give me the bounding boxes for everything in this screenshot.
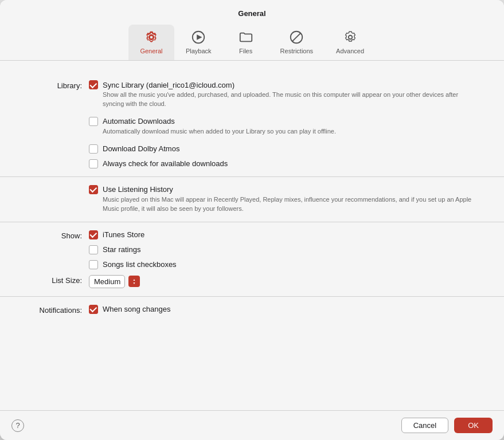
play-circle-icon — [190, 29, 206, 45]
star-ratings-checkbox[interactable] — [89, 245, 98, 254]
show-label: Show: — [23, 230, 89, 240]
tab-advanced[interactable]: Advanced — [325, 25, 376, 60]
auto-downloads-description: Automatically download music when added … — [103, 127, 481, 136]
sync-library-description: Show all the music you've added, purchas… — [103, 91, 481, 109]
no-circle-icon — [288, 29, 304, 45]
use-history-row: Use Listening History Music played on th… — [89, 185, 481, 214]
check-downloads-row: Always check for available downloads — [89, 159, 481, 168]
tab-files[interactable]: Files — [223, 25, 269, 60]
show-section: Show: iTunes Store Star ratings Songs li… — [0, 222, 504, 297]
auto-downloads-checkbox-row: Automatic Downloads — [89, 117, 481, 126]
auto-downloads-label: Automatic Downloads — [103, 117, 175, 125]
help-button[interactable]: ? — [11, 419, 24, 432]
listening-section: Use Listening History Music played on th… — [0, 177, 504, 222]
library-row: Library: Sync Library (daniel_rico1@iclo… — [23, 80, 481, 168]
tab-files-label: Files — [239, 48, 252, 54]
check-downloads-checkbox[interactable] — [89, 159, 98, 168]
library-content: Sync Library (daniel_rico1@icloud.com) S… — [89, 80, 481, 168]
library-section: Library: Sync Library (daniel_rico1@iclo… — [0, 72, 504, 177]
list-size-label: List Size: — [23, 275, 89, 285]
list-size-stepper[interactable] — [128, 276, 140, 287]
tab-restrictions[interactable]: Restrictions — [269, 25, 325, 60]
tab-general-label: General — [140, 48, 162, 54]
tab-advanced-label: Advanced — [336, 48, 364, 54]
dolby-atmos-label: Download Dolby Atmos — [103, 144, 179, 153]
tab-playback[interactable]: Playback — [174, 25, 223, 60]
use-history-checkbox[interactable] — [89, 185, 98, 194]
use-history-checkbox-row: Use Listening History — [89, 185, 481, 194]
show-row: Show: iTunes Store Star ratings Songs li… — [23, 230, 481, 269]
svg-marker-1 — [197, 34, 202, 40]
toolbar: General Playback File — [0, 25, 504, 60]
notifications-label: Notifications: — [23, 305, 89, 315]
itunes-store-checkbox[interactable] — [89, 230, 98, 239]
button-group: Cancel OK — [401, 418, 493, 433]
svg-line-3 — [292, 33, 301, 42]
library-label: Library: — [23, 80, 89, 90]
tab-restrictions-label: Restrictions — [280, 48, 313, 54]
sync-library-label: Sync Library (daniel_rico1@icloud.com) — [103, 81, 235, 89]
use-history-label: Use Listening History — [103, 185, 173, 194]
list-size-row: List Size: Small Medium Large — [23, 275, 481, 288]
when-song-changes-label: When song changes — [103, 305, 171, 313]
list-size-select-wrapper[interactable]: Small Medium Large — [89, 275, 125, 288]
sync-library-checkbox[interactable] — [89, 80, 98, 89]
list-size-select[interactable]: Small Medium Large — [94, 277, 121, 286]
folder-icon — [238, 29, 254, 45]
notifications-content: When song changes — [89, 305, 481, 314]
listening-content: Use Listening History Music played on th… — [89, 185, 481, 214]
dolby-atmos-checkbox[interactable] — [89, 144, 98, 154]
bottom-bar: ? Cancel OK — [0, 410, 504, 440]
dolby-atmos-row: Download Dolby Atmos — [89, 144, 481, 154]
when-song-changes-checkbox[interactable] — [89, 305, 98, 314]
songs-checkboxes-checkbox[interactable] — [89, 260, 98, 269]
window-title: General — [0, 9, 504, 18]
sync-library-checkbox-row: Sync Library (daniel_rico1@icloud.com) — [89, 80, 481, 89]
itunes-store-row: iTunes Store — [89, 230, 481, 239]
list-size-content: Small Medium Large — [89, 275, 481, 288]
gear-settings-icon — [143, 29, 159, 45]
svg-point-4 — [348, 36, 352, 40]
preferences-window: General General — [0, 0, 504, 440]
cancel-button[interactable]: Cancel — [401, 418, 448, 433]
use-history-description: Music played on this Mac will appear in … — [103, 195, 481, 214]
title-bar: General General — [0, 0, 504, 61]
gear-advanced-icon — [342, 29, 358, 45]
star-ratings-row: Star ratings — [89, 245, 481, 254]
listening-label-empty — [23, 185, 89, 186]
star-ratings-label: Star ratings — [103, 245, 140, 254]
check-downloads-label: Always check for available downloads — [103, 159, 228, 168]
when-song-changes-row: When song changes — [89, 305, 481, 314]
sync-library-row: Sync Library (daniel_rico1@icloud.com) S… — [89, 80, 481, 109]
content-area: Library: Sync Library (daniel_rico1@iclo… — [0, 61, 504, 410]
auto-downloads-row: Automatic Downloads Automatically downlo… — [89, 117, 481, 136]
auto-downloads-checkbox[interactable] — [89, 117, 98, 126]
listening-row: Use Listening History Music played on th… — [23, 185, 481, 214]
tab-playback-label: Playback — [186, 48, 212, 54]
notifications-section: Notifications: When song changes — [0, 297, 504, 323]
notifications-row: Notifications: When song changes — [23, 305, 481, 315]
ok-button[interactable]: OK — [454, 418, 493, 433]
songs-checkboxes-label: Songs list checkboxes — [103, 260, 177, 269]
songs-checkboxes-row: Songs list checkboxes — [89, 260, 481, 269]
itunes-store-label: iTunes Store — [103, 230, 144, 239]
show-content: iTunes Store Star ratings Songs list che… — [89, 230, 481, 269]
tab-general[interactable]: General — [128, 25, 174, 60]
